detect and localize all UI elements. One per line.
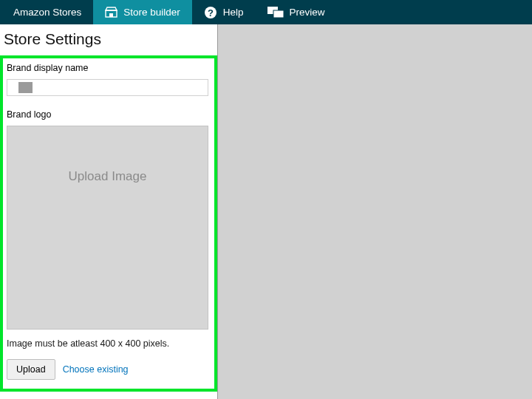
svg-rect-1 xyxy=(109,13,113,17)
nav-store-builder[interactable]: Store builder xyxy=(93,0,192,24)
nav-help[interactable]: ? Help xyxy=(192,0,256,24)
page-title: Store Settings xyxy=(0,24,217,55)
help-icon: ? xyxy=(204,6,217,19)
upload-actions: Upload Choose existing xyxy=(7,359,212,380)
content: Store Settings Brand display name Brand … xyxy=(0,24,532,399)
nav-store-builder-label: Store builder xyxy=(123,7,180,18)
brand-logo-label: Brand logo xyxy=(7,109,212,120)
settings-form: Brand display name Brand logo Upload Ima… xyxy=(0,55,217,392)
sidebar: Store Settings Brand display name Brand … xyxy=(0,24,218,399)
upload-placeholder-text: Upload Image xyxy=(69,169,147,184)
brand-display-input[interactable] xyxy=(7,79,208,96)
nav-amazon-stores-label: Amazon Stores xyxy=(13,7,81,18)
storefront-icon xyxy=(105,7,117,18)
svg-rect-5 xyxy=(273,10,284,18)
image-size-hint: Image must be atleast 400 x 400 pixels. xyxy=(7,338,212,349)
nav-preview-label: Preview xyxy=(290,7,325,18)
top-nav: Amazon Stores Store builder ? Help P xyxy=(0,0,532,24)
preview-icon xyxy=(267,7,284,18)
upload-button[interactable]: Upload xyxy=(7,359,55,380)
nav-preview[interactable]: Preview xyxy=(256,0,337,24)
brand-display-label: Brand display name xyxy=(7,63,212,73)
nav-help-label: Help xyxy=(223,7,244,18)
visible-label: Visible xyxy=(0,392,217,399)
svg-text:?: ? xyxy=(208,7,214,18)
nav-amazon-stores[interactable]: Amazon Stores xyxy=(0,0,93,24)
choose-existing-link[interactable]: Choose existing xyxy=(63,364,129,375)
main-canvas xyxy=(218,24,532,399)
input-cursor-chip xyxy=(18,82,33,93)
brand-logo-upload-area[interactable]: Upload Image xyxy=(7,126,208,330)
